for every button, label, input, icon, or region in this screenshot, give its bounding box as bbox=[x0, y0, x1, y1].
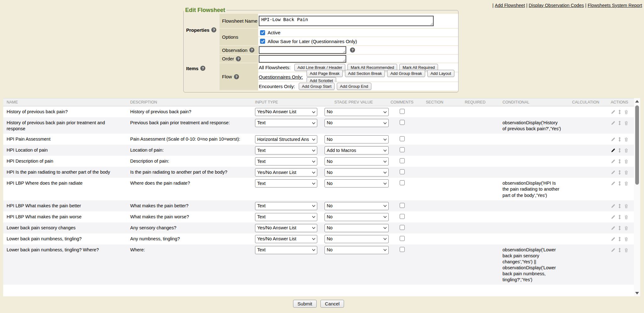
stage-prev-value-select[interactable]: No bbox=[325, 235, 389, 243]
comments-checkbox[interactable] bbox=[400, 225, 405, 230]
help-icon[interactable]: ? bbox=[200, 66, 205, 71]
stage-prev-value-select[interactable]: Add to Macros bbox=[325, 146, 389, 154]
comments-checkbox[interactable] bbox=[400, 136, 405, 141]
input-type-select[interactable]: Text bbox=[255, 119, 317, 127]
input-type-select[interactable]: Text bbox=[255, 246, 317, 254]
delete-icon[interactable] bbox=[624, 148, 629, 153]
top-link[interactable]: Flowsheets System Report bbox=[588, 3, 642, 8]
move-row-icon[interactable] bbox=[618, 226, 621, 231]
flow-button[interactable]: Add Group Break bbox=[387, 70, 425, 77]
move-row-icon[interactable] bbox=[618, 170, 621, 175]
input-type-select[interactable]: Yes/No Answer List bbox=[255, 224, 317, 232]
edit-icon[interactable] bbox=[611, 237, 615, 242]
edit-icon[interactable] bbox=[611, 109, 615, 115]
input-type-select[interactable]: Text bbox=[255, 146, 317, 154]
delete-icon[interactable] bbox=[624, 109, 629, 115]
move-row-icon[interactable] bbox=[618, 109, 621, 115]
edit-icon[interactable] bbox=[611, 204, 615, 209]
comments-checkbox[interactable] bbox=[400, 169, 405, 174]
delete-icon[interactable] bbox=[624, 159, 629, 164]
delete-icon[interactable] bbox=[624, 248, 629, 253]
top-link[interactable]: Add Flowsheet bbox=[495, 3, 525, 8]
edit-icon[interactable] bbox=[611, 137, 615, 142]
stage-prev-value-select[interactable]: No bbox=[325, 202, 389, 210]
scrollbar-thumb[interactable] bbox=[635, 105, 639, 185]
edit-icon[interactable] bbox=[611, 159, 615, 164]
input-type-select[interactable]: Text bbox=[255, 213, 317, 221]
flow-button[interactable]: Add Group End bbox=[337, 83, 371, 90]
comments-cell bbox=[388, 211, 416, 222]
comments-checkbox[interactable] bbox=[400, 214, 405, 219]
delete-icon[interactable] bbox=[624, 120, 629, 126]
comments-checkbox[interactable] bbox=[400, 109, 405, 114]
move-row-icon[interactable] bbox=[618, 137, 621, 142]
active-checkbox[interactable] bbox=[260, 30, 265, 35]
delete-icon[interactable] bbox=[624, 204, 629, 209]
delete-icon[interactable] bbox=[624, 215, 629, 220]
edit-icon[interactable] bbox=[611, 215, 615, 220]
stage-prev-value-select[interactable]: No bbox=[325, 246, 389, 254]
delete-icon[interactable] bbox=[624, 137, 629, 142]
help-icon[interactable]: ? bbox=[350, 48, 355, 53]
edit-icon[interactable] bbox=[611, 226, 615, 231]
input-type-select[interactable]: Horizontal Structured Ans bbox=[255, 135, 317, 143]
move-row-icon[interactable] bbox=[618, 181, 621, 186]
edit-icon[interactable] bbox=[611, 148, 615, 153]
flowsheet-name-input[interactable]: HPI-Low Back Pain bbox=[259, 16, 434, 26]
edit-icon[interactable] bbox=[611, 120, 615, 126]
scrollbar-down-arrow-icon[interactable] bbox=[635, 292, 639, 294]
move-row-icon[interactable] bbox=[618, 148, 621, 153]
comments-checkbox[interactable] bbox=[400, 158, 405, 163]
comments-checkbox[interactable] bbox=[400, 180, 405, 185]
stage-prev-value-select[interactable]: No bbox=[325, 213, 389, 221]
move-row-icon[interactable] bbox=[618, 215, 621, 220]
top-link[interactable]: Display Observation Codes bbox=[529, 3, 584, 8]
delete-icon[interactable] bbox=[624, 237, 629, 242]
move-row-icon[interactable] bbox=[618, 248, 621, 253]
move-row-icon[interactable] bbox=[618, 120, 621, 126]
cancel-button[interactable]: Cancel bbox=[320, 300, 344, 308]
flow-button[interactable]: Add Page Break bbox=[307, 70, 343, 77]
flow-button[interactable]: Add Section Break bbox=[345, 70, 385, 77]
delete-icon[interactable] bbox=[624, 226, 629, 231]
help-icon[interactable]: ? bbox=[249, 48, 254, 53]
help-icon[interactable]: ? bbox=[234, 74, 239, 79]
comments-checkbox[interactable] bbox=[400, 203, 405, 208]
move-row-icon[interactable] bbox=[618, 159, 621, 164]
edit-icon[interactable] bbox=[611, 181, 615, 186]
input-type-select[interactable]: Yes/No Answer List bbox=[255, 235, 317, 243]
required-cell bbox=[453, 106, 497, 117]
input-type-select[interactable]: Text bbox=[255, 179, 317, 187]
order-input[interactable] bbox=[259, 55, 346, 63]
move-row-icon[interactable] bbox=[618, 237, 621, 242]
stage-prev-value-select[interactable]: No bbox=[325, 135, 389, 143]
actions-cell bbox=[608, 244, 630, 285]
flow-button[interactable]: Add Group Start bbox=[299, 83, 335, 90]
help-icon[interactable]: ? bbox=[236, 56, 241, 61]
input-type-select[interactable]: Yes/No Answer List bbox=[255, 168, 317, 176]
flow-button[interactable]: Add Layout bbox=[427, 70, 454, 77]
delete-icon[interactable] bbox=[624, 181, 629, 186]
delete-icon[interactable] bbox=[624, 170, 629, 175]
comments-checkbox[interactable] bbox=[400, 247, 405, 252]
comments-checkbox[interactable] bbox=[400, 120, 405, 125]
input-type-select[interactable]: Text bbox=[255, 157, 317, 165]
stage-prev-value-select[interactable]: No bbox=[325, 157, 389, 165]
comments-checkbox[interactable] bbox=[400, 147, 405, 152]
stage-prev-value-select[interactable]: No bbox=[325, 179, 389, 187]
observation-input[interactable] bbox=[259, 46, 346, 54]
allow-save-checkbox[interactable] bbox=[260, 39, 265, 44]
edit-icon[interactable] bbox=[611, 248, 615, 253]
scrollbar-up-arrow-icon[interactable] bbox=[635, 100, 639, 103]
stage-prev-value-select[interactable]: No bbox=[325, 119, 389, 127]
input-type-select[interactable]: Text bbox=[255, 202, 317, 210]
edit-icon[interactable] bbox=[611, 170, 615, 175]
comments-checkbox[interactable] bbox=[400, 236, 405, 241]
submit-button[interactable]: Submit bbox=[293, 300, 317, 308]
move-row-icon[interactable] bbox=[618, 204, 621, 209]
stage-prev-value-select[interactable]: No bbox=[325, 108, 389, 116]
input-type-select[interactable]: Yes/No Answer List bbox=[255, 108, 317, 116]
stage-prev-value-select[interactable]: No bbox=[325, 224, 389, 232]
stage-prev-value-select[interactable]: No bbox=[325, 168, 389, 176]
help-icon[interactable]: ? bbox=[211, 27, 216, 32]
